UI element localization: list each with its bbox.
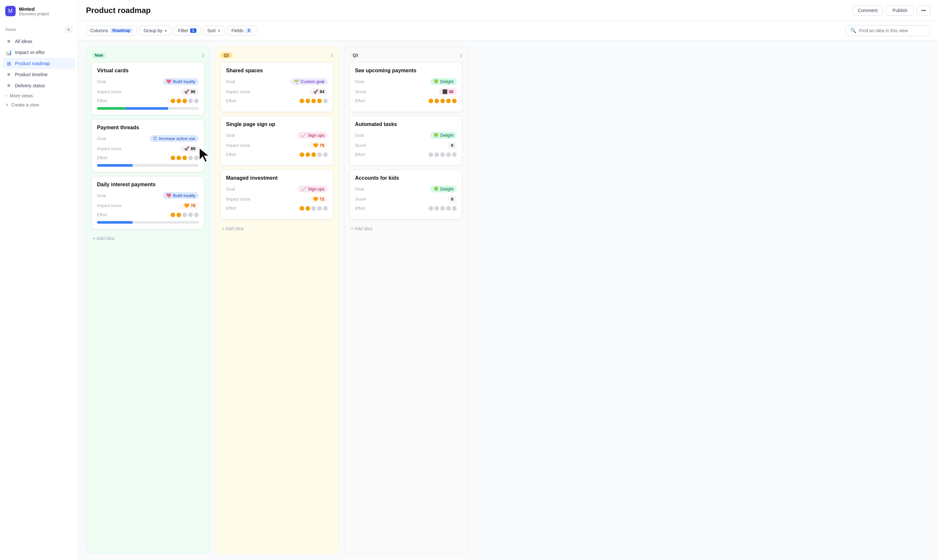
sidebar-more-views[interactable]: › More views bbox=[3, 91, 75, 100]
more-views-label: More views bbox=[10, 93, 33, 98]
effort-dots bbox=[300, 206, 328, 211]
logo-area: M Minted Discovery project bbox=[0, 0, 78, 22]
app-name: Minted bbox=[19, 6, 49, 12]
columns-value: Roadmap bbox=[110, 28, 132, 33]
goal-tag: 📈 Sign ups bbox=[298, 132, 328, 139]
sort-button[interactable]: Sort + bbox=[203, 26, 225, 35]
effort-dots bbox=[171, 98, 199, 103]
card-title: Single page sign up bbox=[226, 122, 328, 127]
goal-label: Goal bbox=[355, 79, 384, 84]
card-payment-threads: Payment threads Goal 🗒 Increase active u… bbox=[91, 119, 204, 172]
score-label: Score bbox=[355, 197, 384, 202]
column-q2-count: 3 bbox=[331, 53, 333, 58]
column-q2: Q2 3 Shared spaces Goal 🌱 Custom goal Im… bbox=[215, 47, 339, 554]
effort-label: Effort bbox=[97, 98, 126, 103]
views-label: Views bbox=[5, 27, 16, 32]
column-q2-badge: Q2 bbox=[220, 52, 232, 58]
effort-dots bbox=[429, 98, 457, 103]
card-title: Managed investment bbox=[226, 175, 328, 181]
effort-dots bbox=[171, 155, 199, 160]
card-accounts-for-kids: Accounts for kids Goal 🍀 Delight Score 0… bbox=[350, 170, 462, 220]
fields-button[interactable]: Fields 5 bbox=[227, 26, 256, 35]
sort-label: Sort bbox=[208, 28, 216, 33]
sidebar-item-delivery-status[interactable]: ≡ Delivery status bbox=[3, 80, 75, 91]
app-subtitle: Discovery project bbox=[19, 12, 49, 16]
goal-tag: 💖 Build loyalty bbox=[163, 78, 199, 85]
impact-label: Impact score bbox=[97, 89, 126, 94]
card-title: See upcoming payments bbox=[355, 68, 457, 74]
main-header: Product roadmap Comment Publish ••• bbox=[78, 0, 938, 21]
goal-tag: 🍀 Delight bbox=[430, 78, 457, 85]
impact-label: Impact score bbox=[97, 203, 126, 208]
effort-dots bbox=[429, 206, 457, 211]
impact-score: 🚀 95 bbox=[181, 88, 199, 95]
column-q2-header: Q2 3 bbox=[220, 52, 333, 58]
goal-label: Goal bbox=[355, 186, 384, 191]
filter-label: Filter bbox=[178, 28, 188, 33]
sidebar: M Minted Discovery project Views + ≡ All… bbox=[0, 0, 78, 560]
card-title: Accounts for kids bbox=[355, 175, 457, 181]
add-idea-q3[interactable]: + Add idea bbox=[350, 223, 462, 234]
sidebar-item-all-ideas[interactable]: ≡ All ideas bbox=[3, 36, 75, 47]
comment-button[interactable]: Comment bbox=[852, 5, 883, 15]
impact-label: Impact score bbox=[226, 89, 255, 94]
impact-score: 🚀 84 bbox=[310, 88, 328, 95]
effort-label: Effort bbox=[226, 152, 255, 157]
impact-score: 🧡 78 bbox=[181, 202, 199, 209]
main-content: Product roadmap Comment Publish ••• Colu… bbox=[78, 0, 938, 560]
card-single-page-signup: Single page sign up Goal 📈 Sign ups Impa… bbox=[220, 116, 333, 166]
effort-dots bbox=[300, 98, 328, 103]
columns-button[interactable]: Columns Roadmap bbox=[86, 26, 137, 35]
card-shared-spaces: Shared spaces Goal 🌱 Custom goal Impact … bbox=[220, 62, 333, 112]
effort-label: Effort bbox=[97, 212, 126, 217]
card-automated-tasks: Automated tasks Goal 🍀 Delight Score 0 E… bbox=[350, 116, 462, 166]
sidebar-item-product-roadmap[interactable]: ⊞ Product roadmap bbox=[3, 58, 75, 69]
column-q3-header: Q3 3 bbox=[350, 52, 462, 58]
add-idea-q2[interactable]: + Add idea bbox=[220, 223, 333, 234]
sidebar-item-impact-vs-effort[interactable]: 📊 Impact vs effor bbox=[3, 47, 75, 58]
plus-icon: + bbox=[6, 102, 8, 108]
card-title: Payment threads bbox=[97, 125, 199, 131]
goal-emoji: 💖 bbox=[166, 79, 171, 84]
create-view-button[interactable]: + Create a view bbox=[3, 100, 75, 109]
sidebar-item-label: All ideas bbox=[15, 39, 32, 44]
goal-label: Goal bbox=[97, 136, 126, 141]
impact-score: 🚀 89 bbox=[181, 145, 199, 152]
column-now-badge: Now bbox=[91, 52, 106, 58]
more-options-button[interactable]: ••• bbox=[917, 5, 930, 15]
card-daily-interest-payments: Daily interest payments Goal 💖 Build loy… bbox=[91, 176, 204, 229]
score-value: 0 bbox=[448, 196, 457, 203]
impact-label: Impact score bbox=[226, 197, 255, 202]
create-view-label: Create a view bbox=[11, 102, 39, 108]
card-title: Virtual cards bbox=[97, 68, 199, 74]
effort-label: Effort bbox=[226, 206, 255, 211]
column-now-count: 3 bbox=[202, 53, 204, 58]
card-title: Daily interest payments bbox=[97, 182, 199, 188]
add-view-icon[interactable]: + bbox=[65, 26, 72, 33]
group-by-button[interactable]: Group by + bbox=[139, 26, 171, 35]
card-title: Automated tasks bbox=[355, 122, 457, 127]
search-input[interactable] bbox=[859, 28, 925, 33]
logo-icon: M bbox=[5, 6, 15, 16]
effort-dots bbox=[429, 152, 457, 157]
search-icon: 🔍 bbox=[850, 28, 856, 34]
sidebar-item-label: Product roadmap bbox=[15, 61, 50, 66]
list-icon-3: ≡ bbox=[6, 83, 12, 89]
sidebar-item-product-timeline[interactable]: ≡ Product timeline bbox=[3, 69, 75, 80]
page-title: Product roadmap bbox=[86, 6, 151, 15]
impact-score: 🧡 75 bbox=[310, 142, 328, 149]
filter-button[interactable]: Filter 1 bbox=[174, 26, 201, 35]
goal-label: Goal bbox=[97, 79, 126, 84]
search-box[interactable]: 🔍 bbox=[846, 25, 930, 36]
goal-label: Goal bbox=[226, 79, 255, 84]
column-q3-count: 3 bbox=[460, 53, 462, 58]
list-icon-2: ≡ bbox=[6, 72, 12, 77]
add-idea-now[interactable]: + Add idea bbox=[91, 233, 204, 243]
fields-label: Fields bbox=[231, 28, 243, 33]
publish-button[interactable]: Publish bbox=[886, 5, 913, 15]
effort-label: Effort bbox=[97, 155, 126, 160]
effort-label: Effort bbox=[226, 98, 255, 103]
goal-tag: 🍀 Delight bbox=[430, 132, 457, 139]
effort-dots bbox=[300, 152, 328, 157]
score-label: Score bbox=[355, 143, 384, 148]
